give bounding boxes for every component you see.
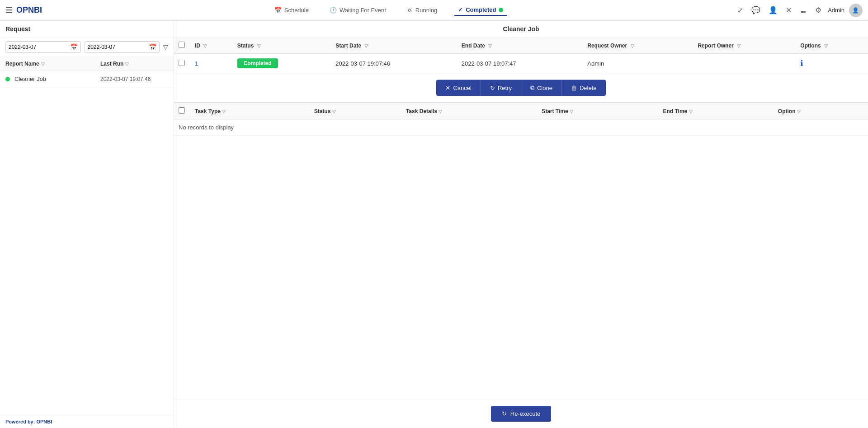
job-report-owner-cell [693,54,796,73]
start-time-filter-icon[interactable]: ▽ [570,109,573,114]
date-from-field[interactable] [9,44,70,50]
main-layout: Request 📅 📅 ▽ Report Name ▽ Last Run ▽ [0,21,868,428]
col-status: Status ▽ [233,38,331,54]
col-task-details: Task Details ▽ [401,103,537,119]
action-buttons: ✕ Cancel ↻ Retry ⧉ Clone 🗑 Delete [174,73,868,102]
left-panel-footer: Powered by: OPNBI [0,415,174,428]
col-option: Option ▽ [774,103,868,119]
job-id-cell: 1 [190,54,233,73]
job-table: ID ▽ Status ▽ Start Date ▽ [174,38,868,73]
logo-text: OPNBI [16,5,42,15]
cancel-icon: ✕ [445,85,450,91]
re-execute-row: ↻ Re-execute [174,399,868,428]
col-start-time: Start Time ▽ [537,103,658,119]
close-icon[interactable]: ✕ [784,5,793,15]
tab-schedule[interactable]: 📅 Schedule [271,5,312,15]
task-type-filter-icon[interactable]: ▽ [222,109,226,114]
job-status-cell: Completed [233,54,331,73]
job-select-all-checkbox[interactable] [179,42,185,48]
job-section: Cleaner Job ID ▽ St [174,21,868,103]
col-report-name: Report Name ▽ [5,61,100,67]
left-table-header: Report Name ▽ Last Run ▽ [0,57,174,71]
calendar-from-icon: 📅 [70,43,78,51]
report-name-cell: Cleaner Job [14,76,100,82]
top-nav: ☰ OPNBI 📅 Schedule 🕐 Waiting For Event ⛭… [0,0,868,21]
clone-icon: ⧉ [530,84,534,91]
job-options-cell: ℹ [796,54,868,73]
schedule-icon: 📅 [274,7,282,14]
report-name-filter-icon[interactable]: ▽ [41,62,45,67]
job-id-link[interactable]: 1 [195,60,198,67]
end-time-filter-icon[interactable]: ▽ [689,109,693,114]
date-filter-icon[interactable]: ▽ [163,43,168,51]
job-row-checkbox[interactable] [179,60,185,66]
completed-status-dot [499,8,503,12]
top-right: ⤢ 💬 👤 ✕ 🗕 ⚙ Admin 👤 [736,4,863,17]
id-filter-icon[interactable]: ▽ [203,43,207,48]
job-request-owner-cell: Admin [583,54,693,73]
tab-waiting-for-event[interactable]: 🕐 Waiting For Event [326,5,390,15]
nav-tabs: 📅 Schedule 🕐 Waiting For Event ⛭ Running… [271,5,507,16]
col-last-run: Last Run ▽ [100,61,168,67]
date-to-field[interactable] [88,44,149,50]
retry-icon: ↻ [490,85,495,91]
calendar-to-icon: 📅 [149,43,156,51]
task-table: Task Type ▽ Status ▽ Task Details ▽ [174,103,868,136]
waiting-icon: 🕐 [330,7,337,14]
task-section: Task Type ▽ Status ▽ Task Details ▽ [174,103,868,428]
date-filter-row: 📅 📅 ▽ [0,38,174,57]
minimize-icon[interactable]: 🗕 [798,5,809,15]
last-run-cell: 2022-03-07 19:07:46 [100,76,168,82]
task-table-header-row: Task Type ▽ Status ▽ Task Details ▽ [174,103,868,119]
completed-check-icon: ✓ [458,6,463,13]
col-id: ID ▽ [190,38,233,54]
re-execute-button[interactable]: ↻ Re-execute [491,406,551,422]
start-date-filter-icon[interactable]: ▽ [364,43,368,48]
left-panel: Request 📅 📅 ▽ Report Name ▽ Last Run ▽ [0,21,174,428]
task-table-wrapper: Task Type ▽ Status ▽ Task Details ▽ [174,103,868,399]
status-filter-icon[interactable]: ▽ [257,43,261,48]
job-end-date-cell: 2022-03-07 19:07:47 [457,54,583,73]
avatar[interactable]: 👤 [849,4,863,17]
task-status-filter-icon[interactable]: ▽ [332,109,336,114]
request-owner-filter-icon[interactable]: ▽ [631,43,634,48]
job-start-date-cell: 2022-03-07 19:07:46 [331,54,457,73]
job-row-checkbox-cell [174,54,190,73]
col-end-time: End Time ▽ [658,103,773,119]
re-execute-icon: ↻ [502,410,507,417]
options-filter-icon[interactable]: ▽ [824,43,828,48]
delete-icon: 🗑 [571,85,577,91]
cancel-button[interactable]: ✕ Cancel [436,80,481,96]
job-status-badge: Completed [237,58,278,68]
report-row[interactable]: Cleaner Job 2022-03-07 19:07:46 [0,71,174,87]
hamburger-icon[interactable]: ☰ [5,5,13,15]
task-select-all-checkbox[interactable] [179,107,185,114]
job-section-title: Cleaner Job [174,21,868,38]
comment-icon[interactable]: 💬 [750,5,762,15]
no-records-row: No records to display [174,119,868,136]
delete-button[interactable]: 🗑 Delete [562,80,606,96]
footer-brand: OPNBI [36,419,52,424]
option-filter-icon[interactable]: ▽ [797,109,801,114]
report-owner-filter-icon[interactable]: ▽ [737,43,741,48]
share-icon[interactable]: ⤢ [736,5,745,15]
clone-button[interactable]: ⧉ Clone [521,80,562,96]
report-status-dot [5,77,10,81]
user-icon[interactable]: 👤 [767,5,779,15]
date-from-input[interactable]: 📅 [5,41,81,53]
date-to-input[interactable]: 📅 [85,41,160,53]
task-details-filter-icon[interactable]: ▽ [439,109,442,114]
tab-running[interactable]: ⛭ Running [403,5,441,15]
retry-button[interactable]: ↻ Retry [481,80,521,96]
settings-icon[interactable]: ⚙ [813,5,823,15]
job-select-all-col [174,38,190,54]
col-start-date: Start Date ▽ [331,38,457,54]
tab-completed[interactable]: ✓ Completed [454,5,507,16]
job-table-header-row: ID ▽ Status ▽ Start Date ▽ [174,38,868,54]
job-info-icon[interactable]: ℹ [800,59,803,68]
logo: OPNBI [16,5,42,15]
job-table-row: 1 Completed 2022-03-07 19:07:46 2022-03-… [174,54,868,73]
col-options: Options ▽ [796,38,868,54]
last-run-filter-icon[interactable]: ▽ [125,62,129,67]
end-date-filter-icon[interactable]: ▽ [488,43,492,48]
